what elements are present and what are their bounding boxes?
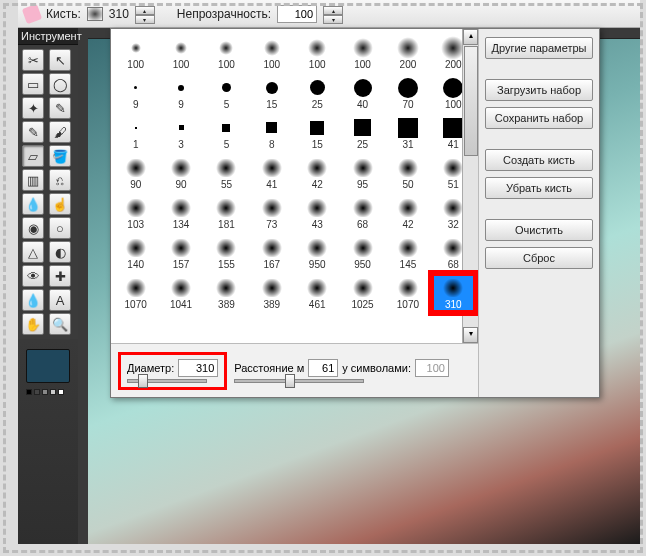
brush-preset[interactable]: 25	[340, 113, 385, 153]
brush-preset[interactable]: 1	[113, 113, 158, 153]
brush-preset[interactable]: 461	[295, 273, 340, 313]
opacity-field[interactable]	[277, 5, 317, 23]
load-set-button[interactable]: Загрузить набор	[485, 79, 593, 101]
scroll-thumb[interactable]	[464, 46, 478, 156]
brush-preset[interactable]: 90	[158, 153, 203, 193]
brush-preset[interactable]: 15	[295, 113, 340, 153]
brush-preset[interactable]: 15	[249, 73, 294, 113]
sharpen-icon[interactable]: △	[22, 241, 44, 263]
brush-preset[interactable]: 1070	[385, 273, 430, 313]
brush-preset[interactable]: 145	[385, 233, 430, 273]
brush-preset[interactable]: 31	[385, 113, 430, 153]
brush-preset[interactable]: 100	[249, 33, 294, 73]
brush-preset[interactable]: 42	[385, 193, 430, 233]
brush-preset[interactable]: 157	[158, 233, 203, 273]
crop-icon[interactable]: ✂	[22, 49, 44, 71]
diameter-slider[interactable]	[127, 379, 207, 383]
brush-preset[interactable]: 1070	[113, 273, 158, 313]
save-set-button[interactable]: Сохранить набор	[485, 107, 593, 129]
reset-button[interactable]: Сброс	[485, 247, 593, 269]
brush-preset[interactable]: 9	[113, 73, 158, 113]
brush-size-spinner[interactable]: ▴▾	[135, 6, 155, 22]
brush-preset[interactable]: 950	[340, 233, 385, 273]
brush-size-label: 1	[133, 139, 139, 150]
bucket-icon[interactable]: 🪣	[49, 145, 71, 167]
brush-preset[interactable]: 41	[249, 153, 294, 193]
brush-preset[interactable]: 73	[249, 193, 294, 233]
brush-preset[interactable]: 100	[340, 33, 385, 73]
diameter-field[interactable]	[178, 359, 218, 377]
brush-preset[interactable]: 181	[204, 193, 249, 233]
brush-preset[interactable]: 50	[385, 153, 430, 193]
brush-preset[interactable]: 134	[158, 193, 203, 233]
brush-preset[interactable]: 100	[295, 33, 340, 73]
swatch-row[interactable]	[26, 389, 70, 395]
sponge-icon[interactable]: ◉	[22, 217, 44, 239]
redeye-icon[interactable]: 👁	[22, 265, 44, 287]
foreground-color[interactable]	[26, 349, 70, 383]
create-brush-button[interactable]: Создать кисть	[485, 149, 593, 171]
brush-preset[interactable]: 90	[113, 153, 158, 193]
brush-size-label: 310	[445, 299, 462, 310]
brush-preset[interactable]: 389	[204, 273, 249, 313]
brush-preset[interactable]: 140	[113, 233, 158, 273]
spacing-field[interactable]	[308, 359, 338, 377]
gradient-icon[interactable]: ▥	[22, 169, 44, 191]
spacing-slider[interactable]	[234, 379, 364, 383]
move-icon[interactable]: ↖	[49, 49, 71, 71]
brush-preset[interactable]: 103	[113, 193, 158, 233]
brush-size-label: 68	[357, 219, 368, 230]
brush-preset[interactable]: 40	[340, 73, 385, 113]
brush-preset[interactable]: 950	[295, 233, 340, 273]
brush-preset[interactable]: 100	[113, 33, 158, 73]
brush-preset[interactable]: 200	[385, 33, 430, 73]
brush-preset[interactable]: 310	[431, 273, 476, 313]
eraser-icon[interactable]: ▱	[22, 145, 44, 167]
scroll-up-button[interactable]: ▴	[463, 29, 478, 45]
remove-brush-button[interactable]: Убрать кисть	[485, 177, 593, 199]
dodge-icon[interactable]: ○	[49, 217, 71, 239]
brush-preset[interactable]: 9	[158, 73, 203, 113]
smudge-icon[interactable]: ☝	[49, 193, 71, 215]
brush-preset[interactable]: 95	[340, 153, 385, 193]
colorpick-icon[interactable]: 💧	[22, 289, 44, 311]
opacity-label: Непрозрачность:	[177, 7, 271, 21]
brush-preset[interactable]: 68	[340, 193, 385, 233]
brush-icon[interactable]: 🖌	[49, 121, 71, 143]
brush-preset[interactable]: 42	[295, 153, 340, 193]
lasso-icon[interactable]: ◯	[49, 73, 71, 95]
brush-preset[interactable]: 43	[295, 193, 340, 233]
pencil-icon[interactable]: ✎	[22, 121, 44, 143]
hand-icon[interactable]: ✋	[22, 313, 44, 335]
brush-preset[interactable]: 155	[204, 233, 249, 273]
brush-preset[interactable]: 5	[204, 73, 249, 113]
brush-size-label: 41	[266, 179, 277, 190]
text-icon[interactable]: A	[49, 289, 71, 311]
brush-preset[interactable]: 25	[295, 73, 340, 113]
scroll-down-button[interactable]: ▾	[463, 327, 478, 343]
brush-preset[interactable]: 100	[204, 33, 249, 73]
brush-preset[interactable]: 8	[249, 113, 294, 153]
brush-preset[interactable]: 70	[385, 73, 430, 113]
clear-button[interactable]: Очистить	[485, 219, 593, 241]
brush-preview-icon[interactable]	[87, 7, 103, 21]
brush-preset[interactable]: 389	[249, 273, 294, 313]
other-params-button[interactable]: Другие параметры	[485, 37, 593, 59]
brush-preset[interactable]: 100	[158, 33, 203, 73]
eyedropper-icon[interactable]: ✎	[49, 97, 71, 119]
brush-size-label: 155	[218, 259, 235, 270]
brush-preset[interactable]: 3	[158, 113, 203, 153]
brush-preset[interactable]: 1025	[340, 273, 385, 313]
blur-icon[interactable]: 💧	[22, 193, 44, 215]
zoom-icon[interactable]: 🔍	[49, 313, 71, 335]
brush-preset[interactable]: 1041	[158, 273, 203, 313]
brush-preset[interactable]: 167	[249, 233, 294, 273]
heal-icon[interactable]: ✚	[49, 265, 71, 287]
wand-icon[interactable]: ✦	[22, 97, 44, 119]
marquee-icon[interactable]: ▭	[22, 73, 44, 95]
stamp-icon[interactable]: ⎌	[49, 169, 71, 191]
burn-icon[interactable]: ◐	[49, 241, 71, 263]
brush-preset[interactable]: 55	[204, 153, 249, 193]
brush-preset[interactable]: 5	[204, 113, 249, 153]
opacity-spinner[interactable]: ▴▾	[323, 6, 343, 22]
